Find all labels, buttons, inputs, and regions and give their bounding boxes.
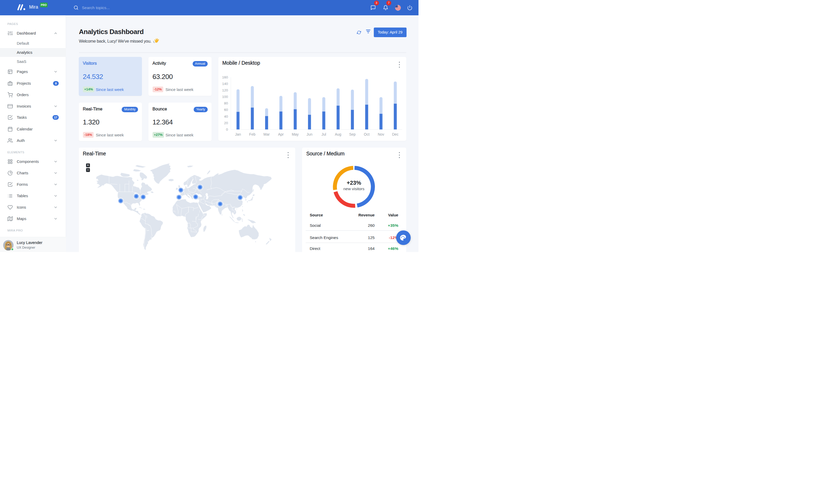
svg-text:Apr: Apr (278, 132, 284, 136)
svg-text:140: 140 (222, 82, 228, 86)
svg-text:Oct: Oct (364, 132, 370, 136)
svg-text:Mar: Mar (263, 132, 270, 136)
svg-text:120: 120 (222, 88, 228, 92)
svg-text:40: 40 (224, 115, 228, 118)
svg-text:Jan: Jan (235, 132, 241, 136)
svg-text:100: 100 (222, 95, 228, 99)
svg-text:Nov: Nov (378, 132, 384, 136)
svg-text:80: 80 (224, 101, 228, 105)
svg-text:May: May (292, 132, 298, 136)
svg-text:Sep: Sep (349, 132, 356, 136)
svg-text:Dec: Dec (392, 132, 398, 136)
svg-text:0: 0 (226, 128, 228, 131)
svg-text:Feb: Feb (249, 132, 255, 136)
svg-text:20: 20 (224, 121, 228, 125)
svg-text:Aug: Aug (335, 132, 341, 136)
svg-text:Jul: Jul (321, 132, 326, 136)
svg-text:60: 60 (224, 108, 228, 112)
svg-text:Jun: Jun (306, 132, 313, 136)
svg-text:160: 160 (222, 75, 228, 79)
